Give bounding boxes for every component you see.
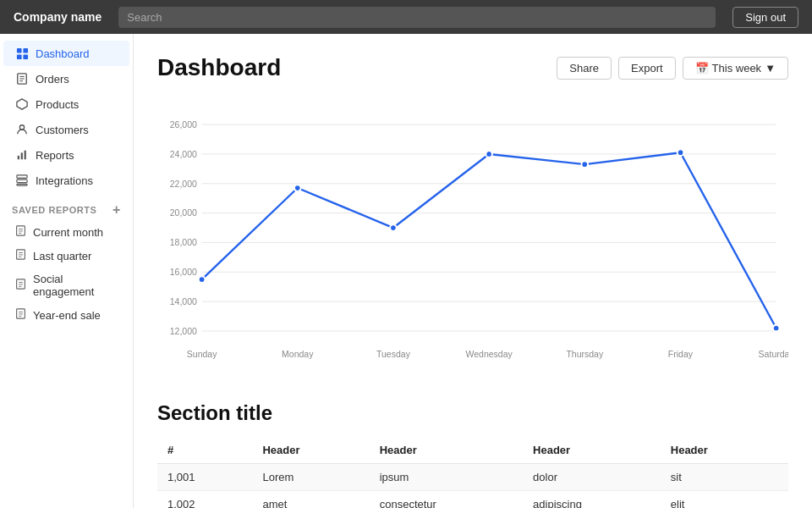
table-cell: elit — [661, 491, 788, 509]
sidebar-item-integrations[interactable]: Integrations — [3, 168, 129, 193]
svg-text:Sunday: Sunday — [187, 349, 217, 359]
table-header: Header — [661, 437, 788, 464]
saved-report-label: Social engagement — [33, 273, 118, 298]
svg-rect-10 — [18, 156, 19, 159]
company-name: Company name — [14, 10, 102, 24]
sidebar-item-dashboard[interactable]: Dashboard — [3, 41, 129, 66]
header-actions: Share Export 📅 This week ▼ — [557, 57, 788, 80]
table-header: Header — [370, 437, 523, 464]
svg-point-48 — [199, 276, 206, 283]
svg-rect-14 — [17, 179, 27, 183]
table-cell: dolor — [523, 464, 661, 491]
table-header: Header — [252, 437, 369, 464]
saved-report-last-quarter[interactable]: Last quarter — [3, 244, 129, 268]
svg-text:Wednesday: Wednesday — [465, 349, 513, 359]
search-container — [118, 7, 716, 28]
svg-text:20,000: 20,000 — [170, 207, 197, 218]
saved-report-label: Year-end sale — [33, 309, 101, 322]
sidebar-item-reports[interactable]: Reports — [3, 142, 129, 168]
table-row: 1,001Loremipsumdolorsit — [157, 464, 788, 491]
saved-report-current-month[interactable]: Current month — [3, 220, 129, 244]
customers-icon — [15, 123, 29, 136]
table-cell: Lorem — [252, 464, 369, 491]
saved-reports-section: SAVED REPORTS + — [0, 193, 133, 220]
sidebar-item-label: Reports — [36, 149, 74, 162]
table-cell: 1,001 — [157, 464, 252, 491]
table-header: Header — [523, 437, 661, 464]
file-icon — [15, 225, 26, 239]
svg-text:Monday: Monday — [282, 349, 314, 359]
svg-point-50 — [390, 224, 397, 231]
svg-text:16,000: 16,000 — [170, 267, 197, 277]
svg-rect-0 — [16, 47, 21, 52]
svg-text:Tuesday: Tuesday — [376, 349, 411, 359]
sidebar-item-label: Orders — [36, 73, 69, 86]
saved-report-social-engagement[interactable]: Social engagement — [3, 268, 129, 303]
svg-rect-2 — [16, 54, 21, 59]
file-icon — [15, 279, 26, 292]
section-title: Section title — [157, 401, 788, 425]
table-cell: amet — [252, 491, 369, 509]
svg-text:18,000: 18,000 — [170, 237, 197, 247]
svg-rect-3 — [23, 54, 28, 59]
saved-report-label: Current month — [33, 226, 103, 239]
sidebar-item-products[interactable]: Products — [3, 91, 129, 117]
sidebar-item-label: Products — [36, 98, 79, 111]
svg-point-9 — [19, 125, 24, 130]
svg-text:Friday: Friday — [668, 349, 694, 359]
orders-icon — [15, 72, 29, 86]
svg-rect-12 — [25, 151, 26, 160]
svg-text:Saturday: Saturday — [759, 349, 788, 359]
table-cell: 1,002 — [157, 491, 252, 509]
saved-report-year-end-sale[interactable]: Year-end sale — [3, 303, 129, 327]
page-title: Dashboard — [157, 54, 281, 81]
search-input[interactable] — [118, 7, 716, 28]
svg-point-54 — [773, 325, 780, 332]
topbar-actions: Sign out — [732, 7, 798, 28]
sidebar-item-label: Customers — [36, 124, 89, 136]
svg-text:Thursday: Thursday — [566, 349, 604, 359]
sidebar: DashboardOrdersProductsCustomersReportsI… — [0, 34, 134, 508]
topbar: Company name Sign out — [0, 0, 812, 34]
svg-rect-11 — [21, 152, 23, 159]
svg-text:26,000: 26,000 — [170, 119, 197, 130]
sidebar-item-label: Integrations — [36, 174, 93, 187]
chevron-down-icon: ▼ — [765, 62, 776, 75]
svg-rect-13 — [17, 175, 27, 179]
svg-rect-15 — [17, 184, 27, 185]
svg-marker-8 — [17, 99, 27, 109]
sidebar-item-label: Dashboard — [36, 47, 90, 60]
sidebar-item-customers[interactable]: Customers — [3, 117, 129, 142]
main-content: Dashboard Share Export 📅 This week ▼ 26,… — [134, 34, 812, 508]
chart-container: 26,00024,00022,00020,00018,00016,00014,0… — [157, 98, 788, 378]
export-button[interactable]: Export — [618, 57, 676, 80]
svg-point-49 — [294, 185, 301, 191]
products-icon — [15, 97, 29, 111]
table-header: # — [157, 437, 252, 464]
table-cell: sit — [661, 464, 788, 491]
data-table: #HeaderHeaderHeaderHeader 1,001Loremipsu… — [157, 437, 788, 508]
week-selector[interactable]: 📅 This week ▼ — [683, 57, 788, 80]
svg-text:24,000: 24,000 — [170, 149, 197, 159]
file-icon — [15, 249, 26, 262]
svg-text:22,000: 22,000 — [170, 179, 197, 189]
layout: DashboardOrdersProductsCustomersReportsI… — [0, 34, 812, 508]
svg-point-52 — [581, 161, 588, 168]
table-cell: consectetur — [370, 491, 523, 509]
svg-text:12,000: 12,000 — [170, 326, 197, 336]
signout-button[interactable]: Sign out — [732, 7, 798, 28]
saved-report-label: Last quarter — [33, 250, 91, 262]
table-cell: adipiscing — [523, 491, 661, 509]
svg-text:14,000: 14,000 — [170, 296, 197, 306]
add-saved-report-icon[interactable]: + — [112, 203, 121, 217]
sidebar-item-orders[interactable]: Orders — [3, 66, 129, 91]
svg-point-53 — [678, 149, 684, 156]
svg-point-51 — [486, 151, 492, 157]
file-icon — [15, 308, 26, 322]
saved-reports-label: SAVED REPORTS — [12, 205, 96, 215]
calendar-icon: 📅 — [695, 62, 709, 75]
svg-rect-1 — [23, 47, 28, 52]
share-button[interactable]: Share — [557, 57, 612, 80]
week-label: This week — [712, 62, 762, 75]
reports-icon — [15, 148, 29, 162]
